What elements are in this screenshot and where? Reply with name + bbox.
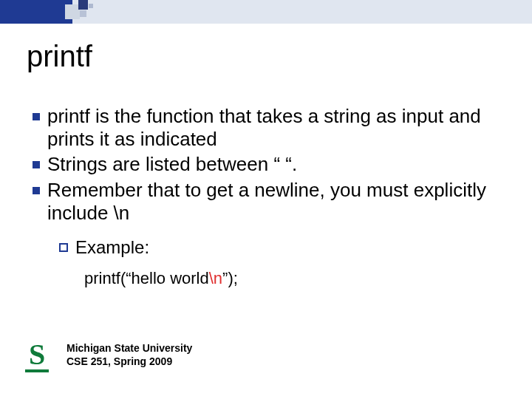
sub-bullet-item: Example: (59, 237, 505, 258)
code-suffix: ”); (222, 269, 238, 287)
slide-title: printf (27, 40, 92, 73)
slide-body: printf is the function that takes a stri… (33, 105, 505, 288)
example-code: printf(“hello world\n”); (84, 269, 505, 288)
decor-square-icon (89, 4, 93, 8)
bullet-item: Strings are listed between “ “. (33, 153, 505, 176)
decor-square-icon (65, 4, 80, 19)
footer-line-1: Michigan State University (66, 341, 192, 355)
title-bar-accent (0, 0, 72, 24)
bullet-item: printf is the function that takes a stri… (33, 105, 505, 150)
decor-square-icon (78, 0, 88, 10)
bullet-text: Strings are listed between “ “. (47, 153, 505, 176)
bullet-item: Remember that to get a newline, you must… (33, 179, 505, 224)
footer-line-2: CSE 251, Spring 2009 (66, 355, 192, 368)
logo-underline (25, 369, 49, 372)
bullet-icon (33, 187, 40, 194)
bullet-text: Remember that to get a newline, you must… (47, 179, 505, 224)
bullet-icon (33, 113, 40, 120)
msu-logo: S (22, 340, 52, 372)
hollow-square-icon (59, 243, 68, 252)
bullet-text: printf is the function that takes a stri… (47, 105, 505, 150)
title-bar-fill (72, 0, 532, 24)
logo-letter: S (22, 340, 52, 369)
code-newline: \n (209, 269, 222, 287)
footer: Michigan State University CSE 251, Sprin… (66, 341, 192, 368)
title-bar (0, 0, 532, 24)
decor-square-icon (80, 10, 86, 17)
code-prefix: printf(“hello world (84, 269, 209, 287)
sub-bullet-text: Example: (75, 237, 149, 258)
bullet-icon (33, 161, 40, 168)
slide: printf printf is the function that takes… (0, 0, 532, 399)
